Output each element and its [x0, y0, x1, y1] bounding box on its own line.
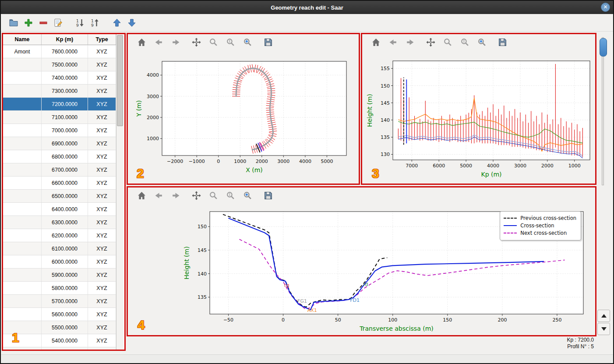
- table-cell: 7200.0000: [42, 98, 88, 110]
- table-row[interactable]: 7500.0000XYZ: [3, 58, 116, 71]
- table-row[interactable]: 7400.0000XYZ: [3, 71, 116, 85]
- table-row[interactable]: Amont7600.0000XYZ: [3, 45, 116, 58]
- back-button[interactable]: [386, 36, 399, 48]
- back-icon: [388, 38, 398, 47]
- table-row[interactable]: 5500.0000XYZ: [3, 321, 116, 334]
- sort-descending-button[interactable]: 19: [88, 17, 102, 29]
- sort-ascending-button[interactable]: 19: [74, 17, 87, 29]
- next-profile-button[interactable]: [597, 323, 610, 335]
- app-window: Geometry reach edit - Saar ✕ 19 19 NameK…: [0, 0, 614, 364]
- profile-plot-canvas[interactable]: 7000600050004000300020001000130135140145…: [362, 50, 595, 184]
- zoom-icon: [209, 191, 218, 200]
- table-cell: XYZ: [88, 85, 116, 97]
- table-row[interactable]: 5300.0000XYZ: [3, 347, 116, 351]
- column-header[interactable]: Name: [3, 34, 42, 45]
- up-triangle-icon: [601, 314, 607, 318]
- table-row[interactable]: 6600.0000XYZ: [3, 177, 116, 190]
- move-up-button[interactable]: [110, 17, 124, 29]
- table-cell: 7100.0000: [42, 111, 88, 124]
- zoom-button[interactable]: [207, 36, 220, 48]
- table-cell: [3, 150, 42, 163]
- svg-text:rg: rg: [284, 283, 289, 288]
- table-cell: 6500.0000: [42, 190, 88, 202]
- svg-text:9: 9: [76, 23, 79, 28]
- table-cell: XYZ: [88, 45, 116, 58]
- move-down-button[interactable]: [125, 17, 138, 29]
- table-cell: XYZ: [88, 282, 116, 294]
- table-row[interactable]: 6000.0000XYZ: [3, 255, 116, 269]
- forward-icon: [406, 38, 415, 47]
- home-button[interactable]: [135, 189, 148, 201]
- svg-text:5000: 5000: [321, 159, 333, 164]
- table-row[interactable]: 6100.0000XYZ: [3, 242, 116, 255]
- table-row[interactable]: 6300.0000XYZ: [3, 216, 116, 229]
- home-button[interactable]: [135, 36, 148, 48]
- column-header[interactable]: Type: [88, 34, 116, 45]
- zoom-button[interactable]: [207, 189, 220, 201]
- panel-number-3: 3: [372, 166, 379, 181]
- table-row[interactable]: 6900.0000XYZ: [3, 137, 116, 150]
- table-scrollbar-thumb[interactable]: [117, 35, 123, 126]
- cross-section-panel: −50050100150200250135140145150rgrdFG1FD1…: [127, 186, 596, 336]
- edit-button[interactable]: [52, 17, 65, 29]
- column-header[interactable]: Kp (m): [42, 34, 88, 45]
- home-button[interactable]: [369, 36, 382, 48]
- svg-text:150: 150: [443, 317, 452, 323]
- table-row[interactable]: 5600.0000XYZ: [3, 308, 116, 321]
- table-cell: [3, 85, 42, 97]
- forward-button[interactable]: [169, 36, 182, 48]
- table-row[interactable]: 7100.0000XYZ: [3, 111, 116, 124]
- svg-text:130: 130: [381, 152, 390, 157]
- inspect-button[interactable]: [458, 36, 471, 48]
- profile-scrollbar-track[interactable]: [602, 37, 604, 185]
- table-row[interactable]: 6200.0000XYZ: [3, 229, 116, 242]
- plot-toolbar: [362, 34, 595, 50]
- table-cell: 6000.0000: [42, 255, 88, 268]
- plan-plot-canvas[interactable]: −2000−1000010002000300040005000100020003…: [128, 50, 359, 184]
- back-button[interactable]: [152, 189, 165, 201]
- open-button[interactable]: [7, 17, 20, 29]
- pan-button[interactable]: [190, 36, 203, 48]
- table-row[interactable]: 6500.0000XYZ: [3, 190, 116, 203]
- save-button[interactable]: [261, 36, 275, 48]
- save-button[interactable]: [261, 189, 275, 201]
- svg-text:rd: rd: [363, 282, 368, 287]
- inspect-button[interactable]: [224, 36, 237, 48]
- pan-button[interactable]: [190, 189, 203, 201]
- table-row[interactable]: 5400.0000XYZ: [3, 334, 116, 347]
- table-row[interactable]: 5700.0000XYZ: [3, 295, 116, 308]
- title-bar[interactable]: Geometry reach edit - Saar ✕: [1, 1, 613, 14]
- table-cell: [3, 203, 42, 216]
- plot-toolbar: [128, 187, 595, 203]
- previous-profile-button[interactable]: [597, 310, 610, 322]
- table-row[interactable]: 7200.0000XYZ: [3, 98, 116, 111]
- forward-button[interactable]: [403, 36, 416, 48]
- zoom-region-button[interactable]: [241, 36, 254, 48]
- table-row[interactable]: 5800.0000XYZ: [3, 282, 116, 295]
- table-row[interactable]: 6800.0000XYZ: [3, 150, 116, 163]
- table-scrollbar[interactable]: [116, 34, 124, 350]
- pan-button[interactable]: [424, 36, 437, 48]
- profile-scrollbar[interactable]: [599, 37, 607, 185]
- table-row[interactable]: 7000.0000XYZ: [3, 124, 116, 137]
- zoom-region-button[interactable]: [475, 36, 488, 48]
- close-button[interactable]: ✕: [601, 3, 610, 12]
- table-cell: 5900.0000: [42, 269, 88, 281]
- table-cell: [3, 308, 42, 321]
- back-button[interactable]: [152, 36, 165, 48]
- zoom-region-button[interactable]: [241, 189, 254, 201]
- panel-number-2: 2: [137, 166, 144, 181]
- zoom-button[interactable]: [441, 36, 454, 48]
- remove-button[interactable]: [37, 17, 50, 29]
- save-button[interactable]: [496, 36, 509, 48]
- table-row[interactable]: 6400.0000XYZ: [3, 203, 116, 216]
- svg-text:145: 145: [198, 247, 207, 253]
- table-row[interactable]: 6700.0000XYZ: [3, 163, 116, 177]
- table-row[interactable]: 5900.0000XYZ: [3, 269, 116, 282]
- table-row[interactable]: 7300.0000XYZ: [3, 85, 116, 98]
- profile-scrollbar-thumb[interactable]: [600, 38, 607, 57]
- add-button[interactable]: [22, 17, 35, 29]
- forward-button[interactable]: [169, 189, 182, 201]
- inspect-button[interactable]: [224, 189, 237, 201]
- svg-text:200: 200: [498, 317, 507, 323]
